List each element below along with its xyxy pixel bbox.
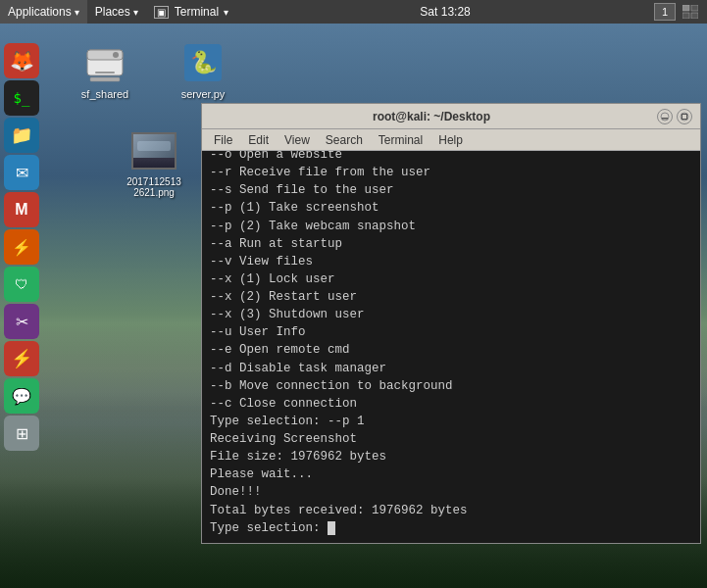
apps-grid-icon: ⊞ [16, 424, 28, 443]
sidebar-scissors[interactable]: ✂ [4, 304, 39, 339]
taskbar-left: Applications Places ▣ Terminal ▾ [0, 0, 236, 24]
sidebar-metasploit[interactable]: M [4, 192, 39, 227]
sidebar-flash[interactable]: ⚡ [4, 341, 39, 376]
places-menu[interactable]: Places [87, 0, 146, 24]
menu-file[interactable]: File [206, 129, 240, 151]
scissors-icon: ✂ [16, 313, 28, 331]
terminal-line: Type selection: --p 1 [210, 413, 692, 430]
drive-icon [82, 42, 127, 83]
sf-shared-label: sf_shared [81, 88, 128, 100]
terminal-body[interactable]: --o Open a website--r Receive file from … [202, 151, 700, 543]
terminal-line: Total bytes received: 1976962 bytes [210, 502, 692, 519]
metasploit-icon: M [15, 201, 27, 219]
zap-icon: 🛡 [15, 276, 28, 292]
terminal-line: --p (2) Take webcam snapshot [210, 218, 692, 235]
sidebar-chat[interactable]: 💬 [4, 378, 39, 414]
sidebar-firefox[interactable]: 🦊 [4, 43, 39, 78]
sidebar-apps[interactable]: ⊞ [4, 416, 39, 451]
mail-icon: ✉ [16, 164, 28, 182]
desktop-icon-screenshot[interactable]: 20171125132621.png [120, 127, 188, 198]
svg-rect-3 [691, 13, 698, 19]
desktop-icon-sf-shared[interactable]: sf_shared [71, 39, 139, 100]
terminal-title: root@kali: ~/Desktop [210, 110, 653, 123]
terminal-line: Please wait... [210, 466, 692, 483]
screenshot-frame [131, 132, 177, 170]
maximize-icon [680, 112, 689, 122]
server-py-icon-img: 🐍 [179, 39, 227, 86]
menu-view[interactable]: View [277, 129, 318, 151]
minimize-icon [660, 112, 670, 122]
applications-menu[interactable]: Applications [0, 0, 87, 24]
sidebar-burp[interactable]: ⚡ [4, 229, 39, 265]
menu-edit[interactable]: Edit [240, 129, 277, 151]
chat-icon: 💬 [12, 387, 31, 406]
terminal-line: --x (1) Lock user [210, 270, 692, 288]
terminal-line: Done!!! [210, 483, 692, 501]
terminal-line: --e Open remote cmd [210, 341, 692, 359]
screenshot-label: 20171125132621.png [126, 176, 181, 198]
svg-rect-0 [682, 5, 689, 11]
places-label: Places [95, 5, 130, 19]
terminal-line: --b Move connection to background [210, 377, 692, 395]
minimize-button[interactable] [657, 109, 673, 124]
burp-icon: ⚡ [12, 238, 31, 257]
maximize-button[interactable] [677, 109, 692, 124]
sidebar-zap[interactable]: 🛡 [4, 267, 39, 302]
terminal-line: --s Send file to the user [210, 181, 692, 199]
desktop-icon-server-py[interactable]: 🐍 server.py [169, 39, 237, 100]
svg-text:🐍: 🐍 [190, 49, 218, 75]
folder-icon: 📁 [11, 124, 32, 146]
terminal-line: --o Open a website [210, 151, 692, 164]
terminal-chevron: ▾ [224, 7, 228, 18]
svg-rect-1 [691, 5, 698, 11]
menu-search[interactable]: Search [318, 129, 371, 151]
terminal-line: --r Receive file from the user [210, 164, 692, 181]
workspace-switcher[interactable] [680, 3, 701, 21]
terminal-menubar: File Edit View Search Terminal Help [202, 129, 700, 151]
terminal-icon-small: ▣ [154, 6, 169, 19]
python-icon: 🐍 [180, 40, 226, 85]
terminal-titlebar: root@kali: ~/Desktop [202, 104, 700, 129]
datetime-display: Sat 13:28 [420, 5, 470, 19]
svg-rect-8 [90, 77, 120, 81]
terminal-line: --x (3) Shutdown user [210, 306, 692, 323]
svg-rect-12 [662, 118, 668, 120]
terminal-line: --a Run at startup [210, 235, 692, 253]
svg-point-11 [661, 113, 669, 121]
terminal-line: Type selection: [210, 519, 692, 537]
flash-icon: ⚡ [11, 348, 32, 369]
menu-help[interactable]: Help [430, 129, 471, 151]
sidebar-mail[interactable]: ✉ [4, 155, 39, 190]
sf-shared-icon-img [81, 39, 128, 86]
terminal-menu-item[interactable]: ▣ Terminal ▾ [146, 0, 236, 24]
applications-label: Applications [8, 5, 72, 19]
terminal-window: root@kali: ~/Desktop File Edit View Sear… [201, 103, 701, 544]
sidebar: 🦊 $_ 📁 ✉ M ⚡ 🛡 ✂ ⚡ 💬 ⊞ [0, 39, 43, 455]
terminal-line: --c Close connection [210, 395, 692, 413]
terminal-cursor [328, 521, 335, 535]
terminal-line: --x (2) Restart user [210, 288, 692, 306]
screenshot-icon-img [130, 127, 177, 174]
svg-rect-6 [95, 72, 115, 74]
terminal2-icon: $_ [14, 90, 30, 106]
terminal-line: --p (1) Take screenshot [210, 199, 692, 217]
svg-rect-2 [682, 13, 689, 19]
workspace-button[interactable]: 1 [654, 3, 676, 21]
terminal-line: --v View files [210, 253, 692, 270]
terminal-line: --d Disable task manager [210, 360, 692, 377]
terminal-line: File size: 1976962 bytes [210, 448, 692, 466]
sidebar-files[interactable]: 📁 [4, 118, 39, 153]
svg-point-7 [113, 52, 119, 58]
terminal-line: Receiving Screenshot [210, 430, 692, 448]
workspace-grid-icon [682, 5, 698, 19]
server-py-label: server.py [181, 88, 226, 100]
terminal-line: --u User Info [210, 323, 692, 341]
desktop: Applications Places ▣ Terminal ▾ Sat 13:… [0, 0, 707, 588]
firefox-icon: 🦊 [10, 49, 34, 73]
sidebar-terminal[interactable]: $_ [4, 80, 39, 116]
taskbar-clock: Sat 13:28 [236, 5, 654, 19]
menu-terminal[interactable]: Terminal [371, 129, 430, 151]
taskbar-right: 1 [654, 3, 707, 21]
taskbar: Applications Places ▣ Terminal ▾ Sat 13:… [0, 0, 707, 24]
terminal-label: Terminal [175, 5, 219, 19]
